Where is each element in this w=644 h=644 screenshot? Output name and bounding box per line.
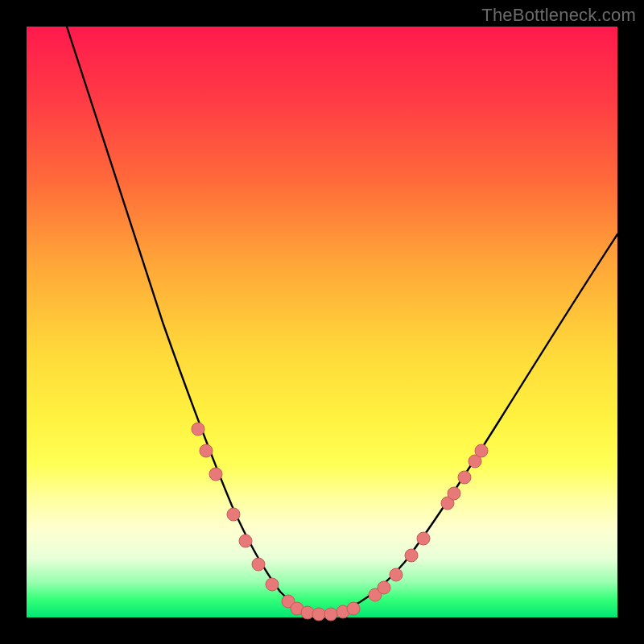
marker-dot bbox=[347, 602, 360, 615]
marker-dot bbox=[200, 444, 213, 457]
marker-dot bbox=[405, 549, 418, 562]
marker-group bbox=[192, 423, 488, 621]
marker-dot bbox=[192, 423, 204, 436]
marker-dot bbox=[458, 471, 471, 484]
marker-dot bbox=[266, 578, 279, 591]
marker-dot bbox=[475, 444, 488, 457]
marker-dot bbox=[324, 608, 337, 621]
outer-frame: TheBottleneck.com bbox=[0, 0, 644, 644]
marker-dot bbox=[448, 487, 460, 500]
marker-dot bbox=[209, 468, 222, 481]
marker-dot bbox=[239, 535, 252, 547]
marker-dot bbox=[301, 606, 314, 619]
marker-dot bbox=[390, 568, 402, 581]
marker-dot bbox=[252, 558, 265, 571]
marker-dot bbox=[378, 581, 390, 594]
marker-dot bbox=[417, 532, 430, 545]
watermark-text: TheBottleneck.com bbox=[481, 5, 636, 26]
bottleneck-curve bbox=[67, 27, 617, 614]
curve-svg bbox=[27, 27, 617, 617]
marker-dot bbox=[227, 508, 240, 521]
marker-dot bbox=[312, 608, 325, 621]
